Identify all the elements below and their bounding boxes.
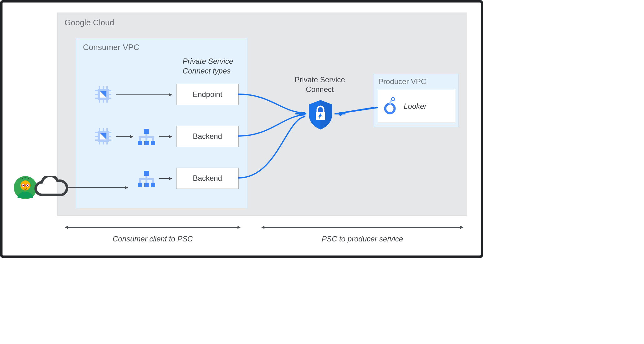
psc-types-heading: Private Service Connect types: [183, 56, 233, 76]
endpoint-box: Endpoint: [176, 84, 239, 105]
span-label-producer: PSC to producer service: [262, 235, 463, 243]
arrow-icon: [116, 94, 172, 95]
svg-rect-36: [151, 141, 155, 145]
load-balancer-icon: [137, 128, 156, 146]
svg-rect-28: [144, 129, 149, 134]
arrow-icon: [159, 136, 172, 137]
span-arrow-icon: [262, 227, 463, 228]
looker-box: Looker: [378, 90, 455, 123]
svg-rect-43: [138, 183, 142, 187]
svg-rect-40: [139, 180, 141, 183]
svg-rect-45: [151, 183, 155, 187]
psc-types-line1: Private Service: [183, 57, 233, 65]
svg-point-47: [391, 98, 395, 101]
compute-icon: [93, 126, 113, 146]
google-cloud-container: Google Cloud Consumer VPC Private Servic…: [57, 13, 467, 216]
diagram-frame: Google Cloud Consumer VPC Private Servic…: [0, 0, 483, 258]
svg-rect-31: [139, 138, 141, 141]
psc-types-line2: Connect types: [183, 67, 231, 75]
google-cloud-title: Google Cloud: [64, 18, 114, 28]
cloud-icon: [31, 176, 68, 199]
svg-rect-30: [139, 136, 154, 138]
looker-icon: [384, 97, 399, 116]
producer-vpc-container: Producer VPC Looker: [374, 74, 459, 127]
consumer-vpc-container: Consumer VPC Private Service Connect typ…: [76, 38, 248, 208]
backend-box: Backend: [176, 126, 239, 147]
psc-label-line2: Connect: [306, 85, 334, 94]
producer-vpc-title: Producer VPC: [378, 77, 426, 86]
backend-label: Backend: [193, 132, 222, 141]
svg-rect-37: [144, 171, 149, 176]
psc-label-line1: Private Service: [294, 75, 345, 84]
svg-rect-39: [139, 178, 154, 180]
svg-rect-44: [144, 183, 149, 187]
consumer-vpc-title: Consumer VPC: [83, 43, 140, 52]
svg-point-61: [23, 185, 24, 186]
svg-point-62: [27, 185, 28, 186]
arrow-icon: [68, 187, 128, 188]
svg-rect-35: [144, 141, 149, 145]
span-label-consumer: Consumer client to PSC: [65, 235, 240, 243]
psc-label: Private Service Connect: [285, 75, 354, 94]
svg-rect-33: [152, 138, 154, 141]
svg-point-53: [339, 112, 342, 116]
arrow-icon: [159, 178, 172, 179]
svg-rect-42: [152, 180, 154, 183]
span-arrow-icon: [65, 227, 240, 228]
looker-label: Looker: [404, 102, 427, 111]
backend-label: Backend: [193, 174, 222, 183]
psc-shield-icon: [306, 99, 335, 130]
backend-box: Backend: [176, 168, 239, 189]
svg-point-48: [385, 104, 395, 113]
svg-rect-32: [146, 138, 147, 141]
load-balancer-icon: [137, 169, 156, 188]
endpoint-label: Endpoint: [193, 90, 222, 99]
svg-rect-34: [138, 141, 142, 145]
svg-line-49: [335, 108, 374, 114]
svg-rect-41: [146, 180, 147, 183]
arrow-icon: [116, 136, 133, 137]
svg-point-52: [299, 112, 302, 116]
svg-line-51: [335, 108, 377, 114]
compute-icon: [93, 84, 113, 104]
